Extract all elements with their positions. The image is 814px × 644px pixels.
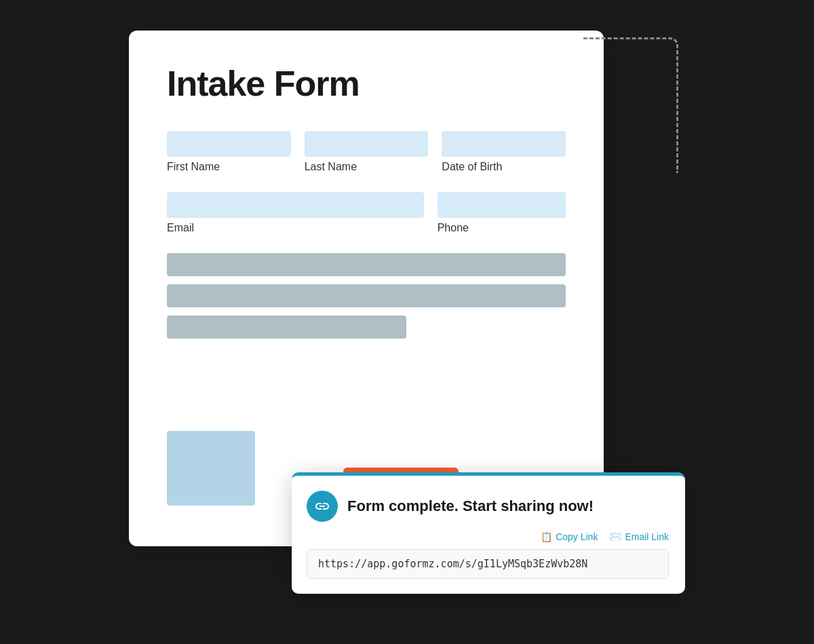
last-name-label: Last Name <box>305 161 429 173</box>
copy-link-button[interactable]: 📋 Copy Link <box>541 531 598 542</box>
separator-bar-3 <box>167 316 566 339</box>
fields-row-1: First Name Last Name Date of Birth <box>167 131 566 173</box>
dob-label: Date of Birth <box>442 161 566 173</box>
form-title: Intake Form <box>167 63 566 104</box>
email-label: Email <box>167 222 424 234</box>
copy-link-label: Copy Link <box>556 531 598 542</box>
link-icon-circle <box>307 491 338 522</box>
dashed-corner <box>583 37 678 173</box>
separator-bar-2 <box>167 284 566 307</box>
field-group-phone: Phone <box>438 192 566 234</box>
email-input[interactable] <box>167 192 424 218</box>
separator-bar-1 <box>167 253 566 276</box>
form-card: Intake Form First Name Last Name Date of… <box>129 31 604 546</box>
first-name-label: First Name <box>167 161 291 173</box>
dob-input[interactable] <box>442 131 566 157</box>
fields-row-2: Email Phone <box>167 192 566 234</box>
field-group-firstname: First Name <box>167 131 291 173</box>
last-name-input[interactable] <box>305 131 429 157</box>
phone-label: Phone <box>438 222 566 234</box>
popup-title: Form complete. Start sharing now! <box>347 497 594 515</box>
field-group-dob: Date of Birth <box>442 131 566 173</box>
email-link-button[interactable]: ✉️ Email Link <box>610 531 669 542</box>
phone-input[interactable] <box>438 192 566 218</box>
email-icon: ✉️ <box>610 531 621 542</box>
blue-box <box>167 431 255 506</box>
field-group-email: Email <box>167 192 424 234</box>
popup-url-box[interactable]: https://app.goformz.com/s/gI1LyMSqb3EzWv… <box>307 549 669 579</box>
popup-actions: 📋 Copy Link ✉️ Email Link <box>307 531 669 542</box>
copy-icon: 📋 <box>541 531 552 542</box>
scene: Intake Form First Name Last Name Date of… <box>129 31 685 614</box>
popup-card: Form complete. Start sharing now! 📋 Copy… <box>292 472 685 594</box>
link-icon <box>314 498 330 514</box>
first-name-input[interactable] <box>167 131 291 157</box>
email-link-label: Email Link <box>625 531 669 542</box>
popup-header: Form complete. Start sharing now! <box>307 491 669 522</box>
field-group-lastname: Last Name <box>305 131 429 173</box>
